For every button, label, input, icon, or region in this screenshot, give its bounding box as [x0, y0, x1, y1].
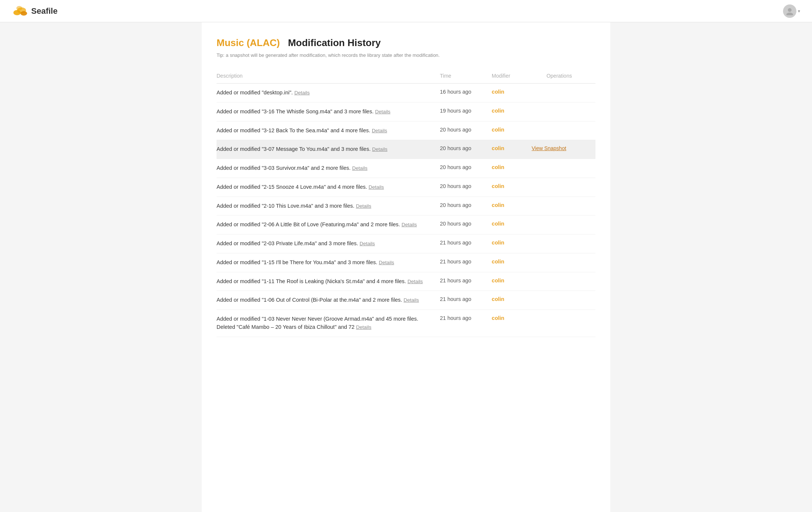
operations-cell [532, 291, 595, 310]
col-header-description: Description [217, 70, 440, 84]
time-cell: 21 hours ago [440, 272, 492, 291]
logo-text: Seafile [31, 6, 58, 16]
description-text: Added or modified "2-06 A Little Bit of … [217, 221, 402, 227]
description-cell: Added or modified "1-03 Never Never Neve… [217, 310, 440, 337]
svg-point-3 [20, 11, 27, 16]
table-row: Added or modified "3-03 Survivor.m4a" an… [217, 159, 595, 178]
description-text: Added or modified "3-07 Message To You.m… [217, 146, 372, 152]
table-body: Added or modified "desktop.ini". Details… [217, 84, 595, 337]
details-link[interactable]: Details [407, 279, 423, 284]
avatar-icon [786, 7, 794, 15]
modifier-cell: colin [492, 216, 532, 234]
operations-cell [532, 121, 595, 140]
operations-cell [532, 159, 595, 178]
time-cell: 21 hours ago [440, 310, 492, 337]
description-cell: Added or modified "desktop.ini". Details [217, 84, 440, 103]
table-row: Added or modified "1-11 The Roof is Leak… [217, 272, 595, 291]
time-cell: 21 hours ago [440, 253, 492, 272]
time-cell: 20 hours ago [440, 178, 492, 197]
details-link[interactable]: Details [294, 90, 309, 95]
description-text: Added or modified "3-12 Back To the Sea.… [217, 127, 372, 133]
operations-cell [532, 84, 595, 103]
time-cell: 20 hours ago [440, 159, 492, 178]
details-link[interactable]: Details [352, 165, 367, 171]
modifier-cell: colin [492, 272, 532, 291]
user-menu[interactable]: ▾ [783, 4, 800, 18]
details-link[interactable]: Details [375, 109, 390, 114]
details-link[interactable]: Details [402, 222, 417, 227]
library-name: Music (ALAC) [217, 37, 280, 48]
operations-cell [532, 197, 595, 216]
description-cell: Added or modified "3-07 Message To You.m… [217, 140, 440, 159]
operations-cell [532, 253, 595, 272]
modifier-cell: colin [492, 253, 532, 272]
table-header: Description Time Modifier Operations [217, 70, 595, 84]
description-cell: Added or modified "3-16 The Whistle Song… [217, 102, 440, 121]
table-row: Added or modified "3-07 Message To You.m… [217, 140, 595, 159]
modifier-cell: colin [492, 310, 532, 337]
logo: Seafile [12, 4, 58, 18]
modifier-cell: colin [492, 197, 532, 216]
description-cell: Added or modified "2-06 A Little Bit of … [217, 216, 440, 234]
time-cell: 20 hours ago [440, 216, 492, 234]
modifier-cell: colin [492, 291, 532, 310]
svg-point-4 [788, 8, 792, 12]
time-cell: 20 hours ago [440, 121, 492, 140]
description-text: Added or modified "2-10 This Love.m4a" a… [217, 203, 356, 209]
modifier-cell: colin [492, 178, 532, 197]
details-link[interactable]: Details [372, 146, 387, 152]
time-cell: 21 hours ago [440, 234, 492, 253]
col-header-operations: Operations [532, 70, 595, 84]
table-row: Added or modified "desktop.ini". Details… [217, 84, 595, 103]
description-text: Added or modified "2-15 Snooze 4 Love.m4… [217, 184, 368, 190]
description-cell: Added or modified "1-11 The Roof is Leak… [217, 272, 440, 291]
description-cell: Added or modified "1-06 Out of Control (… [217, 291, 440, 310]
operations-cell [532, 272, 595, 291]
time-cell: 20 hours ago [440, 197, 492, 216]
table-row: Added or modified "2-15 Snooze 4 Love.m4… [217, 178, 595, 197]
main-content: Music (ALAC) Modification History Tip: a… [202, 22, 610, 512]
details-link[interactable]: Details [368, 184, 384, 190]
description-cell: Added or modified "3-12 Back To the Sea.… [217, 121, 440, 140]
details-link[interactable]: Details [356, 324, 371, 330]
operations-cell: View Snapshot [532, 140, 595, 159]
header: Seafile ▾ [0, 0, 812, 22]
table-row: Added or modified "2-06 A Little Bit of … [217, 216, 595, 234]
description-cell: Added or modified "2-10 This Love.m4a" a… [217, 197, 440, 216]
operations-cell [532, 102, 595, 121]
table-row: Added or modified "2-03 Private Life.m4a… [217, 234, 595, 253]
time-cell: 16 hours ago [440, 84, 492, 103]
modifier-cell: colin [492, 234, 532, 253]
svg-point-5 [786, 13, 793, 15]
modifier-cell: colin [492, 159, 532, 178]
time-cell: 21 hours ago [440, 291, 492, 310]
tip-text: Tip: a snapshot will be generated after … [217, 52, 595, 58]
description-text: Added or modified "1-15 I'll be There fo… [217, 259, 379, 265]
details-link[interactable]: Details [379, 260, 394, 265]
operations-cell [532, 216, 595, 234]
view-snapshot-link[interactable]: View Snapshot [532, 145, 566, 151]
details-link[interactable]: Details [372, 128, 387, 133]
description-text: Added or modified "1-06 Out of Control (… [217, 297, 404, 303]
table-row: Added or modified "3-12 Back To the Sea.… [217, 121, 595, 140]
details-link[interactable]: Details [360, 241, 375, 246]
avatar[interactable] [783, 4, 796, 18]
user-dropdown-arrow[interactable]: ▾ [798, 9, 800, 14]
modifier-cell: colin [492, 84, 532, 103]
description-text: Added or modified "3-16 The Whistle Song… [217, 108, 375, 114]
title-suffix: Modification History [288, 37, 381, 48]
table-row: Added or modified "1-03 Never Never Neve… [217, 310, 595, 337]
col-header-time: Time [440, 70, 492, 84]
table-row: Added or modified "2-10 This Love.m4a" a… [217, 197, 595, 216]
description-cell: Added or modified "1-15 I'll be There fo… [217, 253, 440, 272]
table-row: Added or modified "3-16 The Whistle Song… [217, 102, 595, 121]
details-link[interactable]: Details [404, 297, 419, 303]
description-cell: Added or modified "2-03 Private Life.m4a… [217, 234, 440, 253]
description-text: Added or modified "2-03 Private Life.m4a… [217, 240, 360, 246]
svg-point-2 [16, 6, 22, 10]
modifier-cell: colin [492, 121, 532, 140]
operations-cell [532, 178, 595, 197]
operations-cell [532, 234, 595, 253]
description-text: Added or modified "3-03 Survivor.m4a" an… [217, 165, 352, 171]
details-link[interactable]: Details [356, 203, 371, 209]
